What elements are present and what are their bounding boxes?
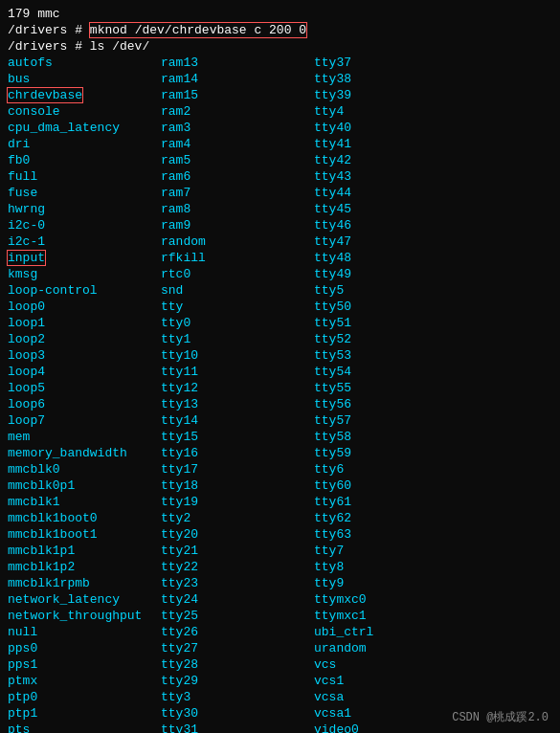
dev-item: mmcblk1rpmb [8, 575, 161, 591]
dev-item: ram13 [161, 55, 314, 71]
dev-item: tty54 [314, 364, 467, 380]
dev-item: tty28 [161, 656, 314, 673]
dev-item: pps0 [8, 640, 161, 656]
dev-item: mmcblk1 [8, 494, 161, 510]
dev-item-input: input [8, 250, 161, 266]
dev-item: tty24 [161, 591, 314, 608]
dev-item: tty19 [161, 494, 314, 510]
dev-item: tty12 [161, 380, 314, 396]
dev-item: tty10 [161, 347, 314, 364]
dev-item-chrdevbase: chrdevbase [8, 87, 161, 103]
dev-item: ram14 [161, 71, 314, 87]
dev-item: video0 [314, 722, 467, 733]
dev-item: bus [8, 71, 161, 87]
dev-item: tty58 [314, 429, 467, 445]
dev-item: i2c-0 [8, 217, 161, 233]
dev-item: tty25 [161, 608, 314, 624]
dev-item: ptmx [8, 673, 161, 689]
dev-item: ram15 [161, 87, 314, 103]
dev-item: loop6 [8, 396, 161, 412]
dev-item: tty56 [314, 396, 467, 412]
dev-item: tty45 [314, 201, 467, 217]
dev-item: network_latency [8, 591, 161, 608]
dev-item: tty30 [161, 705, 314, 722]
dev-item: fb0 [8, 152, 161, 168]
dev-item: tty63 [314, 526, 467, 543]
dev-item: tty26 [161, 624, 314, 640]
dev-item: tty37 [314, 55, 467, 71]
dev-item: tty7 [314, 543, 467, 559]
dev-item: tty50 [314, 299, 467, 315]
dev-item: tty27 [161, 640, 314, 656]
dev-item: loop2 [8, 331, 161, 347]
dev-item: ubi_ctrl [314, 624, 467, 640]
dev-item: ram6 [161, 168, 314, 185]
dev-item: tty15 [161, 429, 314, 445]
dev-item: console [8, 103, 161, 120]
dev-item: tty18 [161, 478, 314, 494]
dev-item: loop1 [8, 315, 161, 331]
dev-item: tty40 [314, 120, 467, 136]
dev-item: tty38 [314, 71, 467, 87]
dev-item: tty16 [161, 445, 314, 461]
dev-item: i2c-1 [8, 233, 161, 250]
line-ls: /drivers # ls /dev/ [8, 38, 552, 55]
dev-item: ram2 [161, 103, 314, 120]
dev-item: loop-control [8, 282, 161, 299]
line-mknod: /drivers # mknod /dev/chrdevbase c 200 0 [8, 22, 552, 38]
dev-item: tty2 [161, 510, 314, 526]
dev-item: tty51 [314, 315, 467, 331]
dev-item: urandom [314, 640, 467, 656]
watermark: CSDN @桃成蹊2.0 [452, 709, 549, 725]
dev-item: loop5 [8, 380, 161, 396]
dev-item: tty49 [314, 266, 467, 282]
dev-item: loop4 [8, 364, 161, 380]
dev-item: ptp0 [8, 689, 161, 705]
col2: ram13 ram14 ram15 ram2 ram3 ram4 ram5 ra… [161, 55, 314, 733]
dev-item: tty55 [314, 380, 467, 396]
line-mmc: 179 mmc [8, 6, 552, 22]
col1: autofs bus chrdevbase console cpu_dma_la… [8, 55, 161, 733]
dev-item: snd [161, 282, 314, 299]
dev-item: tty14 [161, 412, 314, 429]
dev-item: tty29 [161, 673, 314, 689]
dev-item: tty4 [314, 103, 467, 120]
dev-item: vcsa1 [314, 705, 467, 722]
dev-item: ttymxc0 [314, 591, 467, 608]
dev-item: tty [161, 299, 314, 315]
dev-item: fuse [8, 185, 161, 201]
dev-item: hwrng [8, 201, 161, 217]
dev-item: pps1 [8, 656, 161, 673]
dev-item: tty39 [314, 87, 467, 103]
dev-item: tty47 [314, 233, 467, 250]
dev-item: vcs1 [314, 673, 467, 689]
dev-item: loop3 [8, 347, 161, 364]
dev-item: null [8, 624, 161, 640]
dev-item: tty48 [314, 250, 467, 266]
dev-item: tty43 [314, 168, 467, 185]
dev-item: tty52 [314, 331, 467, 347]
dev-item: tty60 [314, 478, 467, 494]
dev-item: loop0 [8, 299, 161, 315]
dev-item: loop7 [8, 412, 161, 429]
dev-item: tty3 [161, 689, 314, 705]
dev-item: vcsa [314, 689, 467, 705]
dev-item: tty59 [314, 445, 467, 461]
dev-item: tty21 [161, 543, 314, 559]
dev-item: kmsg [8, 266, 161, 282]
dev-item: network_throughput [8, 608, 161, 624]
dev-item: ram7 [161, 185, 314, 201]
dev-item: mmcblk1boot0 [8, 510, 161, 526]
dev-item: tty44 [314, 185, 467, 201]
dev-item: tty1 [161, 331, 314, 347]
dev-item: tty5 [314, 282, 467, 299]
dev-item: ram9 [161, 217, 314, 233]
dev-listing: autofs bus chrdevbase console cpu_dma_la… [8, 55, 552, 733]
dev-item: tty61 [314, 494, 467, 510]
dev-item: tty6 [314, 461, 467, 478]
mknod-command: mknod /dev/chrdevbase c 200 0 [90, 23, 306, 37]
dev-item: mem [8, 429, 161, 445]
dev-item: tty57 [314, 412, 467, 429]
dev-item: rfkill [161, 250, 314, 266]
dev-item: tty17 [161, 461, 314, 478]
